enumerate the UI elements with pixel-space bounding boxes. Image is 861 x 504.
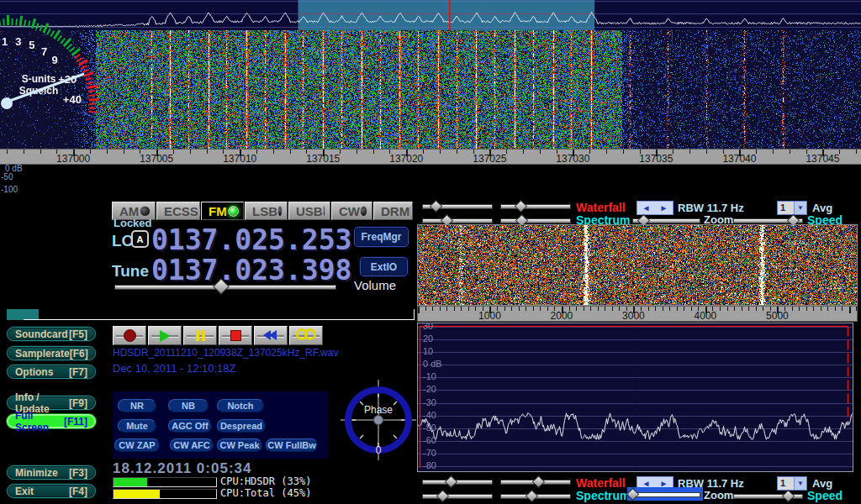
cw-zap-button[interactable]: CW ZAP (114, 438, 160, 452)
slider-track (422, 494, 493, 499)
speed-slider-bottom[interactable] (733, 491, 803, 500)
stop-button[interactable] (219, 326, 252, 345)
zoom-slider-bottom[interactable] (630, 490, 700, 498)
af-db-label: -40 (423, 410, 436, 420)
af-scale-tick (742, 307, 742, 311)
samplerate-button[interactable]: Samplerate [F6] (7, 346, 96, 360)
options-button[interactable]: Options [F7] (7, 365, 96, 379)
avg-label-top: Avg (812, 202, 832, 214)
rf-scale-label: 137005 (140, 153, 173, 165)
arrow-right-icon[interactable]: ► (660, 203, 668, 213)
band-shift-arrows-bottom[interactable]: ◄ ► (637, 476, 673, 491)
record-button[interactable] (113, 326, 146, 345)
lo-auto-badge[interactable]: A (131, 230, 149, 248)
soundcard-button[interactable]: Soundcard [F5] (7, 327, 96, 341)
slider-thumb[interactable] (436, 490, 449, 503)
af-scale-tick (612, 307, 613, 311)
volume-slider[interactable] (114, 282, 336, 291)
minimize-label: Minimize (15, 467, 58, 479)
af-scale-tick (475, 307, 476, 311)
info-update-button[interactable]: Info / Update [F9] (7, 396, 96, 410)
extio-button[interactable]: ExtIO (360, 257, 408, 276)
avg-combo-top[interactable]: 1 ▼ (777, 201, 807, 215)
avg-combo-value: 1 (778, 477, 794, 490)
waterfall-contrast-slider-top[interactable] (500, 202, 571, 210)
slider-thumb[interactable] (781, 490, 795, 503)
waterfall-label-top: Waterfall (576, 201, 626, 214)
phase-indicator: Phase 0 (341, 380, 416, 460)
rf-scale-tick (373, 150, 374, 154)
af-waterfall[interactable] (418, 225, 857, 305)
af-spectrum[interactable] (418, 323, 853, 471)
nr-button[interactable]: NR (118, 399, 156, 412)
spectrum-contrast-slider-bottom[interactable] (500, 491, 571, 500)
waterfall-contrast-slider-bottom[interactable] (500, 477, 571, 486)
af-frequency-scale[interactable]: 10002000300040005000 (417, 306, 858, 322)
cw-fullbw-button[interactable]: CW FullBw (266, 438, 318, 452)
spectrum-brightness-slider-bottom[interactable] (422, 491, 493, 500)
rf-scale-tick (706, 150, 707, 154)
mode-fm[interactable]: FM (201, 202, 244, 220)
arrow-left-icon[interactable]: ◄ (642, 479, 651, 488)
avg-combo-bottom[interactable]: 1 ▼ (777, 476, 807, 491)
frame-divider (24, 319, 414, 320)
play-icon (160, 330, 171, 342)
rf-scale-label: 137015 (306, 153, 340, 165)
samplerate-key: [F6] (70, 348, 88, 360)
slider-thumb[interactable] (532, 475, 546, 489)
mode-lsb[interactable]: LSB (245, 202, 288, 220)
despread-button[interactable]: Despread (217, 419, 266, 433)
spectrum-contrast-slider-top[interactable] (500, 216, 571, 224)
avg-label-bottom: Avg (812, 477, 832, 490)
waterfall-brightness-slider-top[interactable] (422, 202, 493, 210)
af-scale-tick (827, 307, 828, 311)
rf-frequency-scale[interactable]: 1370001370051370101370151370201370251370… (0, 149, 861, 165)
full-screen-label: Full Screen (15, 410, 64, 433)
stop-icon (230, 330, 241, 341)
notch-button[interactable]: Notch (217, 399, 264, 412)
arrow-right-icon[interactable]: ► (660, 479, 668, 488)
exit-button[interactable]: Exit [F4] (7, 484, 96, 498)
nb-button[interactable]: NB (168, 399, 209, 412)
cw-peak-button[interactable]: CW Peak (217, 438, 262, 452)
rf-scale-label: 137030 (556, 153, 589, 165)
mode-usb-led-icon (323, 206, 325, 217)
lo-frequency[interactable]: 0137.025.253 (151, 223, 351, 256)
full-screen-button[interactable]: Full Screen [F11] (7, 414, 96, 428)
mode-ecss[interactable]: ECSS (156, 202, 200, 220)
waterfall-label-bottom: Waterfall (576, 476, 626, 490)
spectrum-brightness-slider-top[interactable] (422, 216, 493, 224)
mute-button[interactable]: Mute (118, 419, 156, 433)
af-scale-tick (835, 307, 836, 311)
zoom-slider-top[interactable] (632, 216, 700, 224)
phase-label: Phase (364, 404, 393, 416)
af-db-label: 10 (423, 346, 433, 356)
combo-arrow-icon[interactable]: ▼ (794, 202, 806, 214)
rf-spectrum[interactable] (0, 0, 861, 30)
mode-drm[interactable]: DRM (373, 202, 413, 220)
af-scale-tick (748, 307, 749, 311)
slider-thumb[interactable] (514, 200, 527, 213)
af-db-label: -10 (423, 371, 436, 381)
loop-button[interactable] (289, 326, 323, 345)
waterfall-brightness-slider-bottom[interactable] (422, 477, 493, 486)
speed-slider-top[interactable] (733, 216, 803, 224)
band-shift-arrows-top[interactable]: ◄ ► (637, 201, 673, 215)
slider-thumb[interactable] (526, 490, 539, 503)
play-button[interactable] (148, 326, 182, 345)
minimize-button[interactable]: Minimize [F3] (7, 465, 96, 480)
slider-thumb[interactable] (444, 475, 457, 489)
pause-button[interactable] (183, 326, 217, 345)
mode-cw[interactable]: CW (331, 202, 372, 220)
rf-scale-tick (790, 150, 790, 154)
mode-usb[interactable]: USB (288, 202, 330, 220)
rewind-button[interactable] (254, 326, 288, 345)
cw-afc-button[interactable]: CW AFC (170, 438, 214, 452)
arrow-left-icon[interactable]: ◄ (642, 203, 651, 213)
phase-dot (374, 416, 383, 425)
slider-thumb[interactable] (430, 200, 443, 213)
freqmgr-button[interactable]: FreqMgr (354, 227, 409, 247)
volume-label: Volume (354, 278, 396, 292)
combo-arrow-icon[interactable]: ▼ (794, 477, 806, 490)
agc-off-button[interactable]: AGC Off (168, 419, 212, 433)
